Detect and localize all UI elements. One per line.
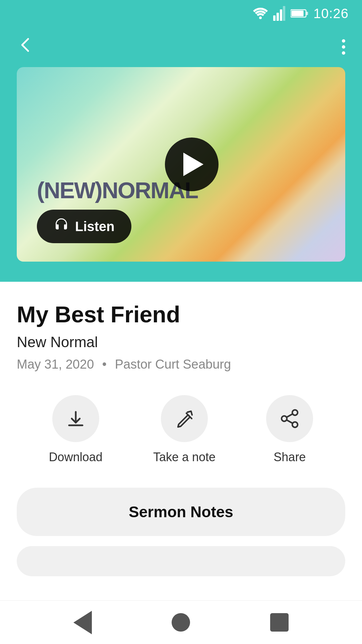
sermon-meta: May 31, 2020 • Pastor Curt Seaburg xyxy=(17,357,345,372)
download-circle xyxy=(52,395,99,442)
svg-rect-7 xyxy=(291,11,303,16)
sermon-title: My Best Friend xyxy=(17,302,345,327)
sermon-date: May 31, 2020 xyxy=(17,357,94,371)
note-label: Take a note xyxy=(153,450,216,464)
hero-image: (NEW)NORMAL Listen xyxy=(17,67,345,262)
back-nav-icon[interactable] xyxy=(73,611,92,634)
download-label: Download xyxy=(49,450,103,464)
svg-rect-6 xyxy=(306,12,308,15)
more-dot xyxy=(342,51,345,55)
share-label: Share xyxy=(274,450,306,464)
headphone-icon xyxy=(54,217,69,236)
action-row: Download Take a note xyxy=(17,395,345,464)
more-dot xyxy=(342,45,345,49)
download-icon xyxy=(66,409,86,429)
sermon-notes-button[interactable]: Sermon Notes xyxy=(17,488,345,536)
play-icon xyxy=(183,153,203,176)
share-action[interactable]: Share xyxy=(266,395,313,464)
listen-label: Listen xyxy=(75,219,115,234)
square-nav-icon[interactable] xyxy=(270,613,289,632)
share-icon xyxy=(280,409,300,429)
series-name: New Normal xyxy=(17,334,345,351)
download-action[interactable]: Download xyxy=(49,395,103,464)
svg-rect-1 xyxy=(273,15,276,21)
more-options-button[interactable] xyxy=(342,39,345,55)
note-action[interactable]: Take a note xyxy=(153,395,216,464)
meta-separator: • xyxy=(102,357,107,371)
note-icon xyxy=(175,409,194,428)
more-dot xyxy=(342,39,345,43)
status-bar: 10:26 xyxy=(0,0,362,27)
back-button[interactable] xyxy=(17,36,34,58)
home-nav-icon[interactable] xyxy=(172,613,190,632)
hero-section: (NEW)NORMAL Listen xyxy=(0,67,362,282)
svg-rect-2 xyxy=(277,13,279,21)
play-button[interactable] xyxy=(165,138,219,191)
battery-icon xyxy=(291,8,308,18)
nav-bar xyxy=(0,27,362,67)
signal-icon xyxy=(273,6,285,21)
svg-rect-3 xyxy=(280,9,282,21)
svg-point-0 xyxy=(259,16,262,19)
svg-rect-4 xyxy=(283,6,285,21)
content-section: My Best Friend New Normal May 31, 2020 •… xyxy=(0,282,362,576)
second-button[interactable] xyxy=(17,546,345,576)
listen-button[interactable]: Listen xyxy=(37,210,131,243)
wifi-icon xyxy=(253,8,268,19)
share-circle xyxy=(266,395,313,442)
note-circle xyxy=(161,395,208,442)
status-icons: 10:26 xyxy=(253,6,349,21)
hero-background: (NEW)NORMAL Listen xyxy=(17,67,345,262)
pastor-name: Pastor Curt Seaburg xyxy=(115,357,231,371)
status-time: 10:26 xyxy=(313,6,349,21)
bottom-nav xyxy=(0,600,362,644)
